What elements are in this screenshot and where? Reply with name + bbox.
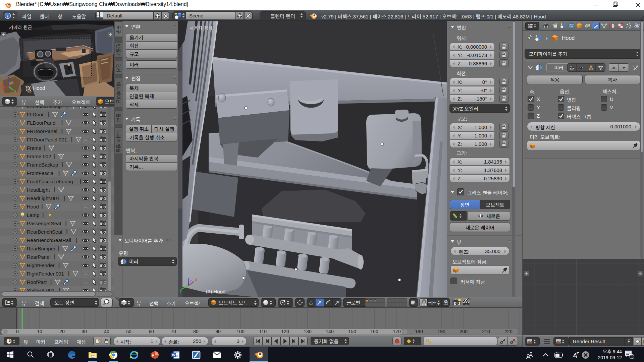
svg-text:x: x [1,84,3,89]
svg-text:PassengerSeat: PassengerSeat [27,221,61,226]
svg-text:Frame: Frame [27,145,41,151]
svg-text:i: i [7,13,8,18]
svg-text:HeadLight: HeadLight [27,187,50,193]
svg-text:RoofPart: RoofPart [27,279,47,285]
svg-text:140: 140 [326,329,334,334]
svg-text:180: 180 [415,329,423,334]
svg-text:FLDoor: FLDoor [27,112,44,117]
svg-text:120: 120 [281,329,289,334]
svg-text:70: 70 [171,329,176,334]
svg-text:FrameBackup: FrameBackup [27,162,58,168]
svg-text:FRDoorPanel.001: FRDoorPanel.001 [27,137,67,142]
svg-text:Hood: Hood [27,204,39,209]
svg-text:Lamp: Lamp [27,212,40,218]
svg-text:z: z [190,279,192,283]
svg-text:y: y [14,88,16,93]
svg-text:x: x [195,277,197,282]
svg-text:RearBenchSeat: RearBenchSeat [27,229,63,235]
svg-text:RearBumper: RearBumper [27,246,55,251]
svg-text:사용자 정사: 사용자 정사 [190,25,212,31]
svg-text:RightFender: RightFender [27,262,55,268]
svg-text:100: 100 [236,329,245,334]
svg-text:z: z [8,72,10,77]
svg-text:W: W [172,353,176,357]
svg-text:FLDoorPanel: FLDoorPanel [27,120,56,126]
svg-text:170: 170 [393,329,401,334]
svg-text:200: 200 [460,329,468,334]
svg-text:20: 20 [59,329,65,334]
svg-text:FrontFasciaLettering: FrontFasciaLettering [27,179,73,184]
svg-text:210: 210 [482,329,490,334]
svg-text:130: 130 [304,329,312,334]
svg-text:90: 90 [215,329,221,334]
svg-text:50: 50 [126,329,131,334]
svg-text:190: 190 [437,329,445,334]
svg-text:P: P [152,353,154,358]
svg-text:40: 40 [104,329,109,334]
svg-text:80: 80 [193,329,199,334]
svg-text:220: 220 [504,329,513,334]
svg-text:y: y [180,288,182,293]
svg-text:카메라 원근: 카메라 원근 [9,25,32,30]
svg-text:160: 160 [370,329,378,334]
svg-text:(3) Hood: (3) Hood [206,289,225,294]
svg-text:Frame.002: Frame.002 [27,154,51,159]
svg-text:60: 60 [149,329,154,334]
svg-text:1: 1 [631,355,633,359]
svg-text:0: 0 [16,329,19,334]
svg-text:(3) Hood: (3) Hood [25,85,45,91]
svg-text:HeadLight.001: HeadLight.001 [27,195,60,201]
svg-text:110: 110 [259,329,267,334]
svg-text:30: 30 [82,329,87,334]
svg-text:150: 150 [348,329,356,334]
svg-text:FrontFascia: FrontFascia [27,170,54,176]
svg-text:ExhaustBackup: ExhaustBackup [27,107,62,109]
svg-text:RearPanel: RearPanel [27,254,51,260]
svg-text:RightFender.001: RightFender.001 [27,271,64,277]
svg-text:FRDoorPanel: FRDoorPanel [27,128,57,134]
svg-text:10: 10 [37,329,42,334]
svg-text:RearBenchSeatRail: RearBenchSeatRail [27,237,71,243]
